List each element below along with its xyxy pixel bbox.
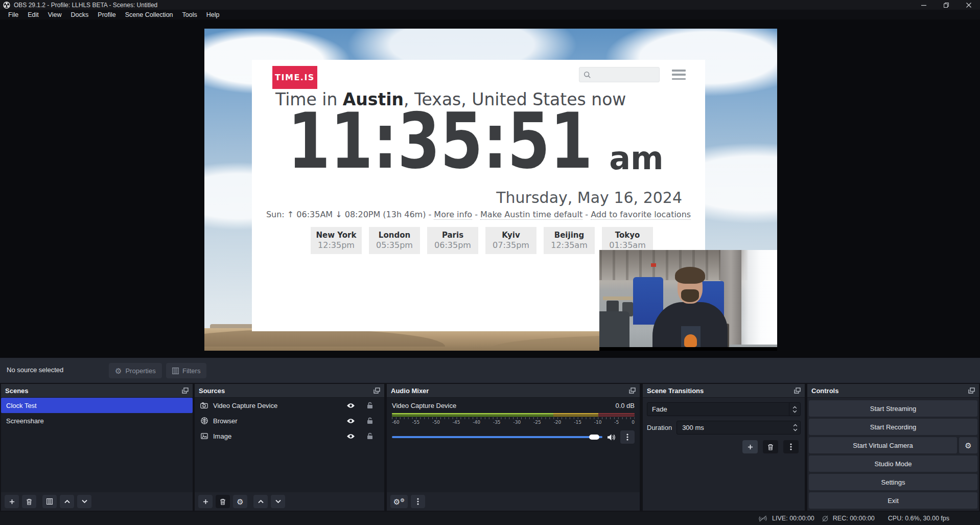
rec-time-text: REC: 00:00:00 (833, 515, 875, 522)
spinbox-arrows-icon[interactable] (790, 424, 800, 431)
popout-icon[interactable] (794, 387, 801, 394)
sources-panel-header: Sources (195, 384, 384, 398)
virtual-camera-settings-button[interactable]: ⚙ (959, 437, 977, 453)
scene-filters-button[interactable] (42, 495, 57, 508)
advanced-audio-button[interactable]: ⚙⚙ (390, 495, 408, 508)
filters-icon (172, 368, 179, 374)
sources-list: Video Capture Device Browser Image (195, 398, 384, 492)
popout-icon[interactable] (968, 387, 975, 394)
exit-button[interactable]: Exit (809, 492, 977, 509)
double-gear-icon: ⚙⚙ (393, 498, 405, 506)
menubar: File Edit View Docks Profile Scene Colle… (0, 10, 980, 19)
hamburger-menu-icon (672, 70, 686, 80)
window-title: OBS 29.1.2 - Profile: LLHLS BETA - Scene… (14, 2, 157, 9)
move-scene-down-button[interactable] (77, 495, 91, 508)
move-source-up-button[interactable] (253, 495, 268, 508)
scenes-panel: Scenes Clock Test Screenshare (1, 384, 193, 511)
remove-source-button[interactable] (216, 495, 230, 508)
start-recording-button[interactable]: Start Recording (809, 419, 977, 435)
properties-button[interactable]: ⚙ Properties (109, 363, 162, 378)
mixer-menu-button[interactable] (411, 495, 425, 508)
status-bar: LIVE: 00:00:00 REC: 00:00:00 CPU: 0.6%, … (0, 512, 980, 525)
menu-item-file[interactable]: File (4, 10, 23, 19)
visibility-eye-icon[interactable] (346, 433, 355, 439)
globe-icon (200, 417, 208, 424)
source-item-video-capture[interactable]: Video Capture Device (195, 398, 384, 413)
remove-scene-button[interactable] (22, 495, 36, 508)
menu-item-help[interactable]: Help (202, 10, 224, 19)
settings-button[interactable]: Settings (809, 474, 977, 490)
add-transition-button[interactable] (742, 440, 758, 453)
sun-info-line: Sun: ↑ 06:35AM ↓ 08:20PM (13h 46m) - Mor… (252, 210, 705, 219)
audio-mixer-header: Audio Mixer (387, 384, 640, 398)
mixer-channel: Video Capture Device 0.0 dB -60-55-50-45… (387, 398, 640, 492)
stream-status-icon (758, 515, 768, 522)
filters-button[interactable]: Filters (166, 363, 206, 378)
source-toolbar: No source selected ⚙ Properties Filters (0, 358, 980, 383)
transition-select[interactable]: Fade (647, 402, 801, 416)
timeis-logo: TIME.IS (272, 66, 317, 89)
volume-slider[interactable] (392, 430, 602, 444)
popout-icon[interactable] (629, 387, 636, 394)
make-default-link: Make Austin time default (480, 210, 582, 220)
menu-item-scene-collection[interactable]: Scene Collection (121, 10, 178, 19)
add-favorite-link: Add to favorite locations (591, 210, 691, 220)
visibility-eye-icon[interactable] (346, 418, 355, 424)
sources-panel-title: Sources (199, 387, 225, 395)
cpu-fps-text: CPU: 0.6%, 30.00 fps (888, 515, 949, 522)
combo-arrows-icon[interactable] (789, 403, 800, 416)
volume-slider-handle[interactable] (589, 435, 599, 440)
source-status-text: No source selected (7, 366, 63, 374)
source-properties-button[interactable]: ⚙ (233, 495, 247, 508)
start-streaming-button[interactable]: Start Streaming (809, 400, 977, 417)
preview-canvas[interactable]: TIME.IS Time in Austin, Texas, United St… (0, 19, 980, 358)
volume-meter: -60-55-50-45-40-35-30-25-20-15-10-50 (392, 413, 635, 425)
mixer-channel-name: Video Capture Device (392, 402, 456, 409)
source-item-browser[interactable]: Browser (195, 413, 384, 428)
scene-transitions-panel: Scene Transitions Fade Duration 300 ms (643, 384, 805, 511)
image-icon (200, 433, 208, 439)
close-button[interactable] (958, 0, 980, 10)
mixer-channel-menu-button[interactable] (620, 430, 635, 444)
popout-icon[interactable] (374, 387, 380, 394)
menu-item-profile[interactable]: Profile (93, 10, 120, 19)
lock-icon[interactable] (367, 402, 373, 409)
scene-item-screenshare[interactable]: Screenshare (1, 413, 193, 428)
gear-icon: ⚙ (115, 367, 122, 375)
menu-item-tools[interactable]: Tools (178, 10, 202, 19)
move-scene-up-button[interactable] (60, 495, 74, 508)
meter-tick-marks (392, 417, 635, 419)
record-status-icon (822, 515, 829, 522)
scene-video[interactable]: TIME.IS Time in Austin, Texas, United St… (204, 29, 777, 351)
live-time-text: LIVE: 00:00:00 (772, 515, 814, 522)
lock-icon[interactable] (367, 432, 373, 440)
obs-logo-icon (3, 2, 10, 9)
source-item-image[interactable]: Image (195, 428, 384, 444)
menu-item-view[interactable]: View (43, 10, 66, 19)
move-source-down-button[interactable] (271, 495, 285, 508)
remove-transition-button[interactable] (763, 440, 778, 453)
menu-item-docks[interactable]: Docks (66, 10, 94, 19)
add-scene-button[interactable] (5, 495, 19, 508)
add-source-button[interactable] (198, 495, 213, 508)
audio-mixer-title: Audio Mixer (391, 387, 429, 395)
office-window (736, 250, 777, 345)
popout-icon[interactable] (182, 387, 189, 394)
start-virtual-camera-button[interactable]: Start Virtual Camera (809, 437, 957, 453)
transition-properties-button[interactable] (783, 440, 799, 453)
visibility-eye-icon[interactable] (346, 403, 355, 408)
duration-label: Duration (647, 424, 672, 431)
menu-item-edit[interactable]: Edit (23, 10, 43, 19)
transitions-header: Scene Transitions (643, 384, 805, 398)
scenes-toolbar (1, 492, 193, 511)
lock-icon[interactable] (367, 417, 373, 424)
sources-panel: Sources Video Capture Device Browser (195, 384, 384, 511)
scene-item-clock-test[interactable]: Clock Test (1, 398, 193, 413)
minimize-button[interactable] (913, 0, 935, 10)
duration-spinbox[interactable]: 300 ms (676, 421, 801, 435)
city-card: Beijing12:35am (544, 227, 595, 254)
restore-button[interactable] (935, 0, 958, 10)
gear-icon: ⚙ (965, 442, 971, 449)
speaker-icon[interactable] (607, 434, 616, 441)
studio-mode-button[interactable]: Studio Mode (809, 455, 977, 472)
